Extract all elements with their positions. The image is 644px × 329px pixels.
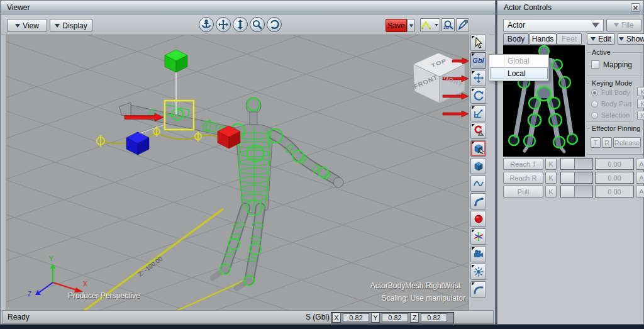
tab-hands[interactable]: Hands [529, 33, 557, 45]
x-value: 0.82 [349, 314, 362, 321]
camera-tool[interactable] [470, 246, 486, 262]
pan-icon[interactable] [216, 17, 231, 32]
fcurve-tool[interactable] [470, 176, 486, 192]
pin-translation-button[interactable]: T [591, 137, 601, 148]
display-menu-button[interactable]: Display [50, 19, 92, 32]
draw-pen-button[interactable] [456, 18, 469, 32]
axis-gizmo [35, 264, 83, 295]
pull-value: 0.00 [608, 188, 621, 196]
tab-body[interactable]: Body [503, 33, 529, 45]
show-button[interactable]: Show [618, 33, 644, 45]
pin-r-label: R [604, 139, 609, 147]
close-button[interactable] [631, 3, 640, 12]
translate-tool[interactable] [470, 70, 486, 86]
dolly-icon[interactable] [233, 17, 248, 32]
fcurve-icon [473, 178, 484, 189]
save-button[interactable]: Save [386, 19, 407, 32]
edit-button[interactable]: Edit [587, 33, 615, 45]
scale-tool[interactable] [470, 105, 486, 121]
zoom-icon[interactable] [250, 17, 265, 32]
cube-primitive-tool[interactable] [470, 158, 486, 174]
viewport[interactable]: TOP FRONT RIGHT Producer Perspective Act… [6, 35, 470, 311]
edit-button-label: Edit [598, 35, 611, 43]
reach-t-button[interactable]: Reach T [503, 158, 543, 170]
pull-button[interactable]: Pull [503, 186, 543, 198]
slider-handle[interactable] [561, 186, 575, 197]
show-button-label: Show [626, 35, 644, 43]
rotate-pivot-tool[interactable] [470, 123, 486, 139]
pin-rotation-button[interactable]: R [602, 137, 612, 148]
keying-mode-full-body-label: Full Body [601, 89, 630, 96]
sphere-tool[interactable] [470, 211, 486, 227]
reach-r-value-field[interactable]: 0.00 [595, 172, 634, 184]
reach-r-button[interactable]: Reach R [503, 172, 543, 184]
keying-mode-option-selection[interactable]: Selection [591, 111, 630, 119]
y-value-field[interactable]: 0.82 [382, 313, 408, 322]
scaling-mode-label: Scaling: Use manipulator [382, 294, 465, 303]
anchor-icon[interactable] [199, 17, 214, 32]
curve-interp-icon [421, 21, 431, 30]
camera-icon [473, 248, 484, 260]
channel-row-pull: Pull K 0.00 A [503, 186, 644, 198]
y-axis-button[interactable]: Y [371, 313, 380, 323]
reach-r-slider[interactable] [560, 172, 593, 184]
reach-t-value-field[interactable]: 0.00 [595, 158, 634, 170]
light-tool[interactable] [470, 264, 486, 280]
reach-r-value: 0.00 [608, 174, 621, 182]
global-local-reference-tool[interactable]: Gbl [470, 52, 486, 69]
effector-pinning-title: Effector Pinning [590, 125, 642, 132]
select-object-tool[interactable] [470, 140, 486, 157]
viewer-titlebar[interactable]: Viewer [1, 1, 495, 14]
curve-interp-button[interactable] [420, 18, 440, 32]
chevron-down-icon [591, 37, 596, 41]
keying-body-part-key-button[interactable]: K [637, 99, 644, 108]
light-icon [473, 266, 484, 277]
z-axis-button[interactable]: Z [410, 313, 419, 323]
selection-label: ActorBodyMesh:RightWrist [370, 281, 460, 290]
rotate-tool[interactable] [470, 87, 486, 104]
chevron-down-icon [592, 23, 599, 28]
x-value-field[interactable]: 0.82 [343, 313, 369, 322]
key-button-label: K [640, 112, 644, 120]
select-cursor-tool[interactable] [470, 35, 486, 51]
keying-mode-selection-label: Selection [601, 111, 630, 119]
menu-item-global[interactable]: Global [489, 55, 548, 67]
reach-r-key-button[interactable]: K [545, 172, 557, 184]
pull-aux-button[interactable]: A [636, 186, 644, 198]
zoom-2d-button[interactable]: 2D [441, 18, 455, 32]
bone-tool[interactable] [470, 193, 486, 209]
z-value-field[interactable]: 0.82 [421, 313, 447, 322]
keying-mode-option-body-part[interactable]: Body Part [591, 100, 631, 108]
keying-selection-key-button[interactable]: K [637, 111, 644, 120]
actor-controls-titlebar[interactable]: Actor Controls [497, 1, 643, 14]
view-menu-button[interactable]: View [7, 19, 47, 32]
actor-dropdown[interactable]: Actor [503, 19, 604, 31]
reach-t-slider[interactable] [560, 158, 593, 170]
aux-button-label: A [639, 174, 643, 182]
reach-t-value: 0.00 [608, 160, 621, 168]
reach-r-aux-button[interactable]: A [636, 172, 644, 184]
orbit-icon[interactable] [267, 17, 282, 32]
release-button[interactable]: Release [613, 137, 641, 148]
reach-t-key-button[interactable]: K [545, 158, 557, 170]
keying-full-body-key-button[interactable]: K [637, 87, 644, 96]
pull-value-field[interactable]: 0.00 [595, 186, 634, 198]
handle-tool[interactable] [470, 281, 486, 298]
save-options-button[interactable] [407, 19, 415, 32]
menu-item-local[interactable]: Local [490, 67, 548, 79]
viewer-title: Viewer [7, 3, 30, 12]
pull-key-button[interactable]: K [545, 186, 557, 198]
active-group-title: Active [590, 48, 613, 56]
pull-slider[interactable] [560, 186, 593, 198]
slider-handle[interactable] [561, 159, 575, 169]
axis-x-label: X [83, 281, 87, 287]
slider-handle[interactable] [561, 172, 575, 183]
x-axis-button[interactable]: X [332, 313, 341, 323]
null-axis-tool[interactable] [470, 228, 486, 245]
file-button[interactable]: File [606, 19, 641, 31]
tab-feet[interactable]: Feet [557, 33, 582, 45]
z-value: 0.82 [427, 314, 440, 321]
mapping-checkbox[interactable] [591, 60, 599, 69]
keying-mode-option-full-body[interactable]: Full Body [591, 89, 630, 96]
reach-t-aux-button[interactable]: A [636, 158, 644, 170]
